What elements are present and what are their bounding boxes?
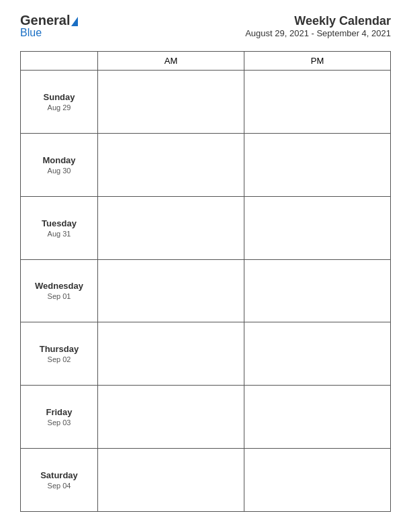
am-cell-2 bbox=[98, 196, 244, 259]
day-name-1: Monday bbox=[24, 155, 95, 165]
day-name-6: Saturday bbox=[24, 470, 95, 480]
pm-cell-5 bbox=[244, 386, 391, 449]
pm-cell-1 bbox=[244, 133, 391, 196]
table-row: WednesdaySep 01 bbox=[21, 259, 391, 322]
header: General Blue Weekly Calendar August 29, … bbox=[20, 13, 391, 39]
am-cell-0 bbox=[98, 71, 244, 134]
pm-cell-4 bbox=[244, 322, 391, 386]
day-date-1: Aug 30 bbox=[24, 167, 95, 175]
am-cell-6 bbox=[98, 449, 244, 512]
day-cell-6: SaturdaySep 04 bbox=[21, 449, 98, 512]
table-row: ThursdaySep 02 bbox=[21, 322, 391, 386]
col-header-pm: PM bbox=[244, 52, 391, 71]
table-row: SundayAug 29 bbox=[21, 71, 391, 134]
calendar-title: Weekly Calendar bbox=[245, 14, 391, 28]
day-name-2: Tuesday bbox=[24, 218, 95, 228]
am-cell-3 bbox=[98, 259, 244, 322]
day-cell-3: WednesdaySep 01 bbox=[21, 259, 98, 322]
day-date-3: Sep 01 bbox=[24, 292, 95, 300]
day-cell-1: MondayAug 30 bbox=[21, 133, 98, 196]
day-cell-2: TuesdayAug 31 bbox=[21, 196, 98, 259]
pm-cell-3 bbox=[244, 259, 391, 322]
day-date-2: Aug 31 bbox=[24, 230, 95, 238]
logo-triangle-icon bbox=[71, 17, 78, 26]
title-block: Weekly Calendar August 29, 2021 - Septem… bbox=[245, 14, 391, 38]
am-cell-4 bbox=[98, 322, 244, 386]
logo-blue-text: Blue bbox=[20, 27, 42, 39]
day-name-4: Thursday bbox=[24, 344, 95, 354]
table-row: FridaySep 03 bbox=[21, 386, 391, 449]
logo: General Blue bbox=[20, 13, 78, 39]
calendar-subtitle: August 29, 2021 - September 4, 2021 bbox=[245, 28, 391, 38]
day-date-6: Sep 04 bbox=[24, 482, 95, 490]
pm-cell-6 bbox=[244, 449, 391, 512]
table-row: SaturdaySep 04 bbox=[21, 449, 391, 512]
col-header-day bbox=[21, 52, 98, 71]
am-cell-1 bbox=[98, 133, 244, 196]
table-row: MondayAug 30 bbox=[21, 133, 391, 196]
col-header-am: AM bbox=[98, 52, 244, 71]
pm-cell-2 bbox=[244, 196, 391, 259]
day-cell-5: FridaySep 03 bbox=[21, 386, 98, 449]
logo-general-text: General bbox=[20, 13, 70, 27]
day-cell-0: SundayAug 29 bbox=[21, 71, 98, 134]
pm-cell-0 bbox=[244, 71, 391, 134]
day-cell-4: ThursdaySep 02 bbox=[21, 322, 98, 386]
am-cell-5 bbox=[98, 386, 244, 449]
day-name-0: Sunday bbox=[24, 92, 95, 102]
day-name-5: Friday bbox=[24, 407, 95, 417]
calendar-table: AM PM SundayAug 29MondayAug 30TuesdayAug… bbox=[20, 51, 391, 512]
day-date-4: Sep 02 bbox=[24, 355, 95, 363]
day-name-3: Wednesday bbox=[24, 281, 95, 291]
table-header-row: AM PM bbox=[21, 52, 391, 71]
table-row: TuesdayAug 31 bbox=[21, 196, 391, 259]
day-date-5: Sep 03 bbox=[24, 418, 95, 427]
day-date-0: Aug 29 bbox=[24, 103, 95, 112]
